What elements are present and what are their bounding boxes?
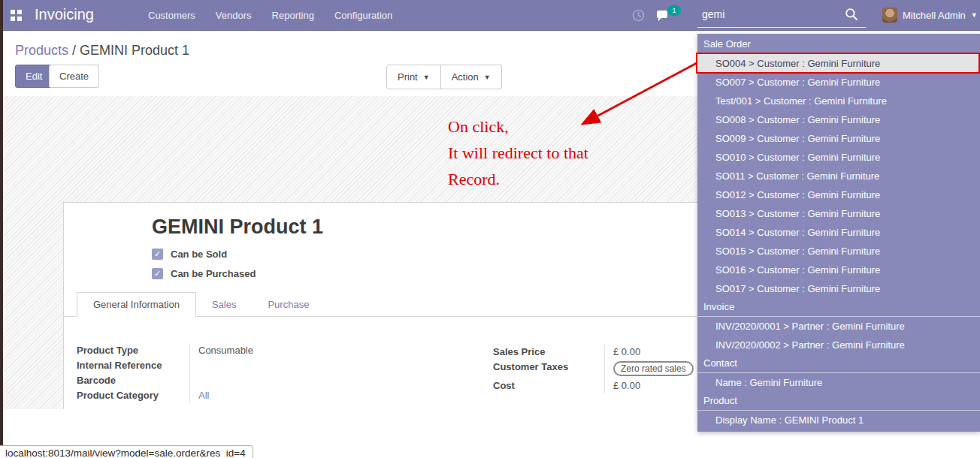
field-value[interactable]: All <box>190 388 401 403</box>
product-checkboxes: ✓Can be Sold✓Can be Purchased <box>152 249 256 288</box>
dropdown-item[interactable]: SO009 > Customer : Gemini Furniture <box>697 129 980 148</box>
nav-menu-configuration[interactable]: Configuration <box>334 10 392 21</box>
product-title: GEMINI Product 1 <box>152 215 323 239</box>
annotation-text: On click,It will redirect to thatRecord. <box>448 113 588 192</box>
app-name: Invoicing <box>35 6 94 23</box>
dropdown-item[interactable]: SO012 > Customer : Gemini Furniture <box>697 185 980 204</box>
breadcrumb-separator: / <box>68 43 80 58</box>
print-button[interactable]: Print▼ <box>387 65 440 89</box>
action-button[interactable]: Action▼ <box>441 65 501 89</box>
search-text: gemi <box>702 8 724 20</box>
checkbox-can-be-sold[interactable]: ✓Can be Sold <box>152 249 256 260</box>
dropdown-item[interactable]: SO017 > Customer : Gemini Furniture <box>697 279 980 298</box>
dropdown-item[interactable]: SO008 > Customer : Gemini Furniture <box>697 110 980 129</box>
dropdown-item[interactable]: SO004 > Customer : Gemini Furniture <box>697 54 980 73</box>
field-label: Customer Taxes <box>493 360 605 378</box>
breadcrumb: Products / GEMINI Product 1 <box>15 43 189 59</box>
field-label: Sales Price <box>493 345 605 360</box>
user-name: Mitchell Admin <box>903 10 966 21</box>
chevron-down-icon: ▼ <box>484 74 491 81</box>
checkbox-icon: ✓ <box>152 249 163 260</box>
navbar-menu: CustomersVendorsReportingConfiguration <box>148 0 392 31</box>
nav-menu-reporting[interactable]: Reporting <box>272 10 314 21</box>
dropdown-item[interactable]: INV/2020/0002 > Partner : Gemini Furnitu… <box>697 336 980 354</box>
breadcrumb-products-link[interactable]: Products <box>15 43 68 58</box>
annotation-line: Record. <box>448 166 588 192</box>
status-bar-url: localhost:8013/mail/view?model=sale.orde… <box>0 445 253 458</box>
field-label: Internal Reference <box>77 358 190 373</box>
search-results-dropdown: Sale OrderSO004 > Customer : Gemini Furn… <box>697 34 980 432</box>
print-action-group: Print▼ Action▼ <box>386 65 502 89</box>
search-underline <box>697 27 866 28</box>
chevron-down-icon: ▼ <box>971 11 978 19</box>
checkbox-label: Can be Purchased <box>171 268 256 279</box>
field-label: Cost <box>493 378 605 393</box>
dropdown-item[interactable]: SO011 > Customer : Gemini Furniture <box>697 167 980 185</box>
dropdown-item[interactable]: SO010 > Customer : Gemini Furniture <box>697 148 980 167</box>
dropdown-item[interactable]: INV/2020/0001 > Partner : Gemini Furnitu… <box>697 317 980 336</box>
dropdown-item[interactable]: SO013 > Customer : Gemini Furniture <box>697 204 980 223</box>
field-value <box>190 373 401 388</box>
fields-left-group: Product TypeConsumableInternal Reference… <box>77 343 400 403</box>
annotation-line: On click, <box>448 113 588 140</box>
dropdown-section-invoice: Invoice <box>697 298 980 317</box>
dropdown-item[interactable]: Test/001 > Customer : Gemini Furniture <box>697 92 980 110</box>
field-value: Consumable <box>190 343 401 358</box>
user-menu[interactable]: Mitchell Admin ▼ <box>882 8 978 23</box>
global-search-input[interactable]: gemi <box>697 6 866 28</box>
create-button[interactable]: Create <box>49 65 99 88</box>
messages-badge: 1 <box>667 5 681 16</box>
dropdown-item[interactable]: SO016 > Customer : Gemini Furniture <box>697 261 980 279</box>
dropdown-item[interactable]: Display Name : GEMINI Product 1 <box>697 411 980 429</box>
checkbox-can-be-purchased[interactable]: ✓Can be Purchased <box>152 268 256 279</box>
field-label: Barcode <box>77 373 190 388</box>
field-label: Product Category <box>77 388 190 403</box>
dropdown-section-sale-order: Sale Order <box>697 35 980 54</box>
tab-purchase[interactable]: Purchase <box>252 293 325 316</box>
chevron-down-icon: ▼ <box>423 74 430 81</box>
dropdown-item[interactable]: SO015 > Customer : Gemini Furniture <box>697 242 980 261</box>
field-row: Internal Reference <box>77 358 400 373</box>
user-avatar <box>882 8 897 23</box>
breadcrumb-current: GEMINI Product 1 <box>80 43 189 58</box>
field-row: Product TypeConsumable <box>77 343 400 358</box>
tab-sales[interactable]: Sales <box>196 293 253 316</box>
search-icon[interactable] <box>845 8 858 21</box>
activities-icon[interactable] <box>632 9 645 25</box>
field-label: Product Type <box>77 343 190 358</box>
checkbox-icon: ✓ <box>152 268 163 279</box>
edit-button[interactable]: Edit <box>15 65 53 88</box>
dropdown-item[interactable]: Name : Gemini Furniture <box>697 373 980 392</box>
nav-menu-customers[interactable]: Customers <box>148 10 195 21</box>
dropdown-item[interactable]: SO007 > Customer : Gemini Furniture <box>697 73 980 92</box>
nav-menu-vendors[interactable]: Vendors <box>216 10 252 21</box>
dropdown-item[interactable]: SO014 > Customer : Gemini Furniture <box>697 223 980 242</box>
top-navbar: Invoicing CustomersVendorsReportingConfi… <box>0 0 980 31</box>
apps-grid-icon[interactable] <box>11 10 22 21</box>
field-row: Product CategoryAll <box>77 388 400 403</box>
dropdown-section-contact: Contact <box>697 354 980 373</box>
dropdown-section-product: Product <box>697 392 980 411</box>
field-row: Barcode <box>77 373 400 388</box>
annotation-line: It will redirect to that <box>448 140 588 166</box>
field-value <box>190 358 401 373</box>
checkbox-label: Can be Sold <box>171 249 227 260</box>
tab-general-information[interactable]: General Information <box>77 292 196 317</box>
tax-tag: Zero rated sales <box>613 361 694 376</box>
window-edge <box>0 0 3 458</box>
